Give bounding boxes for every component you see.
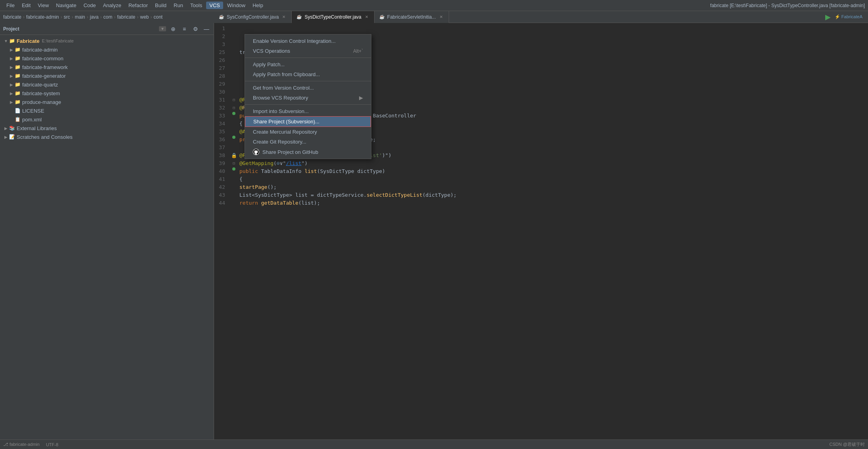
tab-close-fabricate[interactable]: ✕ — [438, 14, 444, 20]
tree-label: pom.xml — [22, 117, 42, 123]
menu-view[interactable]: View — [34, 2, 52, 9]
tree-label: Fabricate — [17, 38, 40, 44]
tree-arrow: ▶ — [9, 82, 14, 87]
locate-icon[interactable]: ⊕ — [169, 25, 177, 33]
tree-label: fabricate-quartz — [22, 82, 58, 88]
license-icon: 📄 — [14, 107, 21, 114]
code-line-41: 41 { — [214, 175, 868, 183]
breadcrumb-com[interactable]: com — [103, 14, 113, 20]
fold-icon: ⊟ — [233, 104, 235, 112]
breadcrumb-fabricate[interactable]: fabricate — [3, 14, 21, 20]
vcs-menu-browse-repo[interactable]: Browse VCS Repository ▶ — [245, 93, 371, 103]
tree-label: fabricate-framework — [22, 64, 68, 70]
project-dropdown[interactable]: ▼ — [159, 26, 166, 31]
tree-arrow: ▶ — [3, 125, 9, 131]
breadcrumb-main[interactable]: main — [75, 14, 85, 20]
tree-item-framework[interactable]: ▶ 📁 fabricate-framework — [0, 63, 214, 71]
vcs-menu-item-label: Get from Version Control... — [253, 85, 314, 91]
minimize-icon[interactable]: — — [203, 25, 210, 33]
menu-code[interactable]: Code — [80, 2, 99, 9]
tree-label: produce-manage — [22, 99, 61, 105]
breadcrumb-admin[interactable]: fabricate-admin — [26, 14, 59, 20]
tree-item-generator[interactable]: ▶ 📁 fabricate-generator — [0, 71, 214, 80]
folder-icon: 📁 — [14, 64, 21, 70]
tree-arrow — [9, 108, 14, 113]
tab-close-sysdicttype[interactable]: ✕ — [364, 14, 369, 20]
vcs-menu-create-git[interactable]: Create Git Repository... — [245, 137, 371, 147]
tree-arrow: ▶ — [9, 47, 14, 52]
menu-window[interactable]: Window — [224, 2, 249, 9]
code-line-43: 43 List<SysDictType> list = dictTypeServ… — [214, 191, 868, 199]
menu-build[interactable]: Build — [152, 2, 170, 9]
java-icon: ☕ — [219, 14, 224, 19]
folder-icon: 📁 — [14, 99, 21, 105]
tree-item-pom[interactable]: 📋 pom.xml — [0, 115, 214, 124]
tab-close-sysconfig[interactable]: ✕ — [281, 14, 287, 20]
breadcrumb-web[interactable]: web — [140, 14, 149, 20]
menu-refactor[interactable]: Refactor — [125, 2, 151, 9]
code-line-39: 39 ⊟ @GetMapping(⊙∨"/list") — [214, 159, 868, 167]
vcs-menu-apply-patch-clipboard[interactable]: Apply Patch from Clipboard... — [245, 69, 371, 79]
tab-fabricateservlet[interactable]: ☕ FabricateServletInitia... ✕ — [375, 11, 449, 23]
menu-analyze[interactable]: Analyze — [100, 2, 124, 9]
code-line-1: 1 — [214, 25, 868, 33]
tree-item-system[interactable]: ▶ 📁 fabricate-system — [0, 89, 214, 98]
tab-sysdicttype[interactable]: ☕ SysDictTypeController.java ✕ — [292, 11, 374, 23]
folder-icon: 📁 — [14, 81, 21, 88]
tree-label: External Libraries — [17, 125, 57, 131]
run-icon[interactable]: ▶ — [825, 13, 831, 21]
tree-arrow: ▶ — [9, 56, 14, 61]
menu-navigate[interactable]: Navigate — [53, 2, 79, 9]
menu-tools[interactable]: Tools — [187, 2, 205, 9]
vcs-menu-share-github[interactable]: Share Project on GitHub — [245, 147, 371, 157]
vcs-divider — [245, 81, 371, 81]
menu-help[interactable]: Help — [249, 2, 266, 9]
vcs-menu-enable-vci[interactable]: Enable Version Control Integration... — [245, 36, 371, 46]
tree-arrow: ▶ — [9, 90, 14, 96]
folder-icon: 📁 — [14, 55, 21, 61]
vcs-menu-item-label: Enable Version Control Integration... — [253, 38, 336, 44]
vcs-menu-share-subversion[interactable]: Share Project (Subversion)... — [245, 116, 371, 127]
breadcrumb-src[interactable]: src — [64, 14, 70, 20]
tree-item-license[interactable]: 📄 LICENSE — [0, 106, 214, 115]
menu-vcs[interactable]: VCS — [206, 2, 223, 9]
fold-icon: ⊟ — [233, 96, 235, 104]
status-right: CSDN @君破于时 — [830, 441, 865, 447]
tree-item-external-libs[interactable]: ▶ 📚 External Libraries — [0, 124, 214, 132]
breadcrumb-fabricate2[interactable]: fabricate — [117, 14, 135, 20]
breadcrumb: fabricate › fabricate-admin › src › main… — [0, 11, 214, 23]
vcs-menu-item-label: Browse VCS Repository — [253, 95, 308, 101]
xml-icon: 📋 — [14, 116, 21, 123]
collapse-icon[interactable]: ≡ — [180, 25, 188, 33]
folder-icon: 📁 — [14, 90, 21, 96]
breadcrumb-java[interactable]: java — [90, 14, 99, 20]
tree-item-common[interactable]: ▶ 📁 fabricate-common — [0, 54, 214, 63]
tree-arrow — [9, 117, 14, 122]
vcs-menu-import-subversion[interactable]: Import into Subversion... — [245, 106, 371, 116]
menu-file[interactable]: File — [3, 2, 18, 9]
menu-run[interactable]: Run — [170, 2, 186, 9]
menu-bar: File Edit View Navigate Code Analyze Ref… — [0, 0, 868, 11]
tab-sysconfigcontroller[interactable]: ☕ SysConfigController.java ✕ — [214, 11, 292, 23]
java-icon: ☕ — [379, 14, 385, 19]
vcs-menu-operations[interactable]: VCS Operations Alt+` — [245, 46, 371, 56]
tree-item-produce[interactable]: ▶ 📁 produce-manage — [0, 98, 214, 106]
vcs-menu-apply-patch[interactable]: Apply Patch... — [245, 59, 371, 69]
fabricate-button[interactable]: ⚡ FabricateA — [832, 13, 865, 20]
vcs-menu-item-label: Apply Patch... — [253, 61, 285, 67]
settings-icon[interactable]: ⚙ — [191, 25, 199, 33]
tab-label: FabricateServletInitia... — [387, 14, 436, 20]
tree-item-fabricate[interactable]: ▼ 📁 Fabricate E:\test\Fabricate — [0, 36, 214, 45]
vcs-menu-create-mercurial[interactable]: Create Mercurial Repository — [245, 127, 371, 137]
lib-icon: 📚 — [9, 125, 15, 131]
tree-item-scratches[interactable]: ▶ 📝 Scratches and Consoles — [0, 132, 214, 141]
vcs-menu-get-from-vcs[interactable]: Get from Version Control... — [245, 83, 371, 93]
fold-icon: ⊟ — [233, 159, 235, 167]
breadcrumb-cont[interactable]: cont — [154, 14, 163, 20]
tree-label: fabricate-admin — [22, 47, 58, 53]
menu-edit[interactable]: Edit — [19, 2, 34, 9]
code-line-40: 40 public TableDataInfo list(SysDictType… — [214, 167, 868, 175]
tree-item-admin[interactable]: ▶ 📁 fabricate-admin — [0, 45, 214, 54]
sidebar-header: Project ▼ ⊕ ≡ ⚙ — — [0, 23, 214, 35]
tree-item-quartz[interactable]: ▶ 📁 fabricate-quartz — [0, 80, 214, 89]
